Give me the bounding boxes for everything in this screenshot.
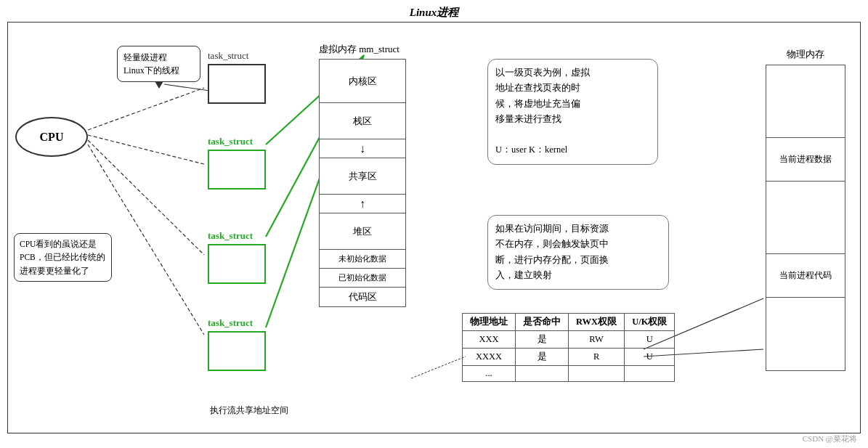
table-cell-uk3 bbox=[625, 366, 675, 382]
vmem-cell-code: 代码区 bbox=[320, 288, 405, 306]
svg-line-2 bbox=[88, 135, 204, 164]
phys-mem-cell-empty-bot bbox=[766, 298, 845, 370]
task-struct-box-top bbox=[208, 64, 266, 104]
task-struct-green-label-3: task_struct bbox=[208, 317, 266, 329]
task-struct-green-box-2 bbox=[208, 244, 266, 284]
vmem-cell-init: 已初始化数据 bbox=[320, 269, 405, 288]
bubble-top-line1: 轻量级进程 bbox=[123, 51, 194, 64]
table-cell-hit1: 是 bbox=[516, 331, 569, 349]
svg-line-11 bbox=[411, 357, 466, 378]
cpu-label: CPU bbox=[40, 131, 64, 144]
phys-mem-cell-empty-top bbox=[766, 65, 845, 138]
bubble-cpu-note: CPU看到的虽说还是 PCB，但已经比传统的 进程要更轻量化了 bbox=[14, 233, 112, 282]
vmem-area: 虚拟内存 mm_struct 内核区 栈区 ↓ 共享区 ↑ 堆区 未初始化数据 … bbox=[319, 43, 406, 307]
watermark: CSDN @菜花将 bbox=[803, 433, 857, 444]
table-row: XXX 是 RW U bbox=[463, 331, 675, 349]
svg-line-1 bbox=[88, 88, 204, 130]
phys-mem-cell-data: 当前进程数据 bbox=[766, 138, 845, 182]
page-table: 物理地址 是否命中 RWX权限 U/K权限 XXX 是 RW U XXXX 是 … bbox=[462, 313, 675, 382]
task-struct-label-top: task_struct bbox=[208, 50, 266, 62]
task-struct-green-box-3 bbox=[208, 331, 266, 371]
bubble-top-line2: Linux下的线程 bbox=[123, 64, 194, 77]
phys-mem-box: 当前进程数据 当前进程代码 bbox=[766, 65, 845, 371]
vmem-cell-stack: 栈区 bbox=[320, 103, 405, 139]
cpu-note-line2: PCB，但已经比传统的 bbox=[20, 251, 106, 264]
table-row: XXXX 是 R U bbox=[463, 349, 675, 366]
table-cell-addr1: XXX bbox=[463, 331, 516, 349]
cpu-ellipse: CPU bbox=[15, 117, 88, 157]
bubble-lightweight-process: 轻量级进程 Linux下的线程 bbox=[117, 46, 200, 82]
table-cell-addr3: ... bbox=[463, 366, 516, 382]
vmem-cell-shared: 共享区 bbox=[320, 158, 405, 195]
vmem-arrow-down1: ↓ bbox=[320, 139, 405, 158]
phys-mem-cell-code: 当前进程代码 bbox=[766, 254, 845, 298]
table-cell-rwx1: RW bbox=[569, 331, 625, 349]
info-bubble-2-text: 如果在访问期间，目标资源 不在内存，则会触发缺页中 断，进行内存分配，页面换 入… bbox=[495, 221, 661, 283]
vmem-title: 虚拟内存 mm_struct bbox=[319, 43, 406, 56]
task-struct-green3-area: task_struct bbox=[208, 311, 266, 372]
table-cell-hit3 bbox=[516, 366, 569, 382]
info-bubble-pagetable: 以一级页表为例，虚拟 地址在查找页表的时 候，将虚地址充当偏 移量来进行查找 U… bbox=[487, 59, 658, 165]
phys-mem-cell-empty-mid bbox=[766, 182, 845, 254]
table-cell-rwx3 bbox=[569, 366, 625, 382]
task-struct-green1-area: task_struct bbox=[208, 130, 266, 191]
info-bubble-pagefault: 如果在访问期间，目标资源 不在内存，则会触发缺页中 断，进行内存分配，页面换 入… bbox=[487, 215, 669, 290]
phys-mem-area: 物理内存 当前进程数据 当前进程代码 bbox=[766, 48, 845, 371]
task-struct-green-label-1: task_struct bbox=[208, 136, 266, 147]
vmem-box: 内核区 栈区 ↓ 共享区 ↑ 堆区 未初始化数据 已初始化数据 代码区 bbox=[319, 59, 406, 307]
table-cell-hit2: 是 bbox=[516, 349, 569, 366]
table-header-hit: 是否命中 bbox=[516, 314, 569, 331]
table-header-rwx: RWX权限 bbox=[569, 314, 625, 331]
vmem-cell-kernel: 内核区 bbox=[320, 60, 405, 103]
table-cell-rwx2: R bbox=[569, 349, 625, 366]
vmem-cell-uninit: 未初始化数据 bbox=[320, 250, 405, 269]
cpu-note-line3: 进程要更轻量化了 bbox=[20, 264, 106, 277]
main-container: CPU 轻量级进程 Linux下的线程 CPU看到的虽说还是 PCB，但已经比传… bbox=[7, 22, 861, 433]
cpu-note-line1: CPU看到的虽说还是 bbox=[20, 237, 106, 251]
table-cell-uk1: U bbox=[625, 331, 675, 349]
vmem-cell-heap: 堆区 bbox=[320, 213, 405, 250]
svg-overlay bbox=[8, 23, 860, 433]
table-row: ... bbox=[463, 366, 675, 382]
phys-mem-title: 物理内存 bbox=[766, 48, 845, 61]
task-struct-green-label-2: task_struct bbox=[208, 230, 266, 242]
task-struct-green-box-1 bbox=[208, 150, 266, 190]
vmem-arrow-up1: ↑ bbox=[320, 195, 405, 213]
task-struct-top-area: task_struct bbox=[208, 50, 266, 105]
exec-flow-label: 执行流共享地址空间 bbox=[210, 404, 288, 417]
table-header-phys-addr: 物理地址 bbox=[463, 314, 516, 331]
table-header-uk: U/K权限 bbox=[625, 314, 675, 331]
page-title: Linux进程 bbox=[0, 0, 868, 23]
info-bubble-1-text: 以一级页表为例，虚拟 地址在查找页表的时 候，将虚地址充当偏 移量来进行查找 U… bbox=[495, 65, 650, 158]
table-cell-addr2: XXXX bbox=[463, 349, 516, 366]
table-cell-uk2: U bbox=[625, 349, 675, 366]
task-struct-green2-area: task_struct bbox=[208, 224, 266, 285]
